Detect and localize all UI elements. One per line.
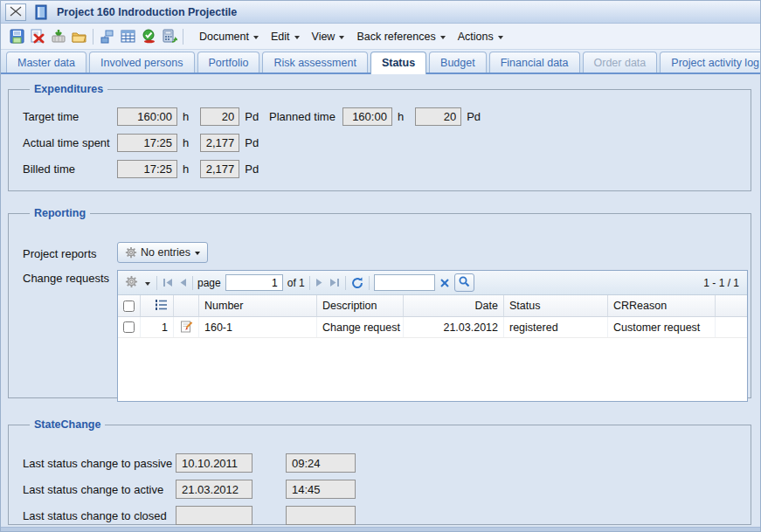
target-time-row: Target time h Pd Planned time h Pd [23, 107, 751, 126]
row-select-checkbox[interactable] [123, 321, 135, 333]
close-button[interactable] [5, 3, 26, 21]
billed-time-hours-field[interactable] [117, 160, 177, 178]
tab-risk-assessment[interactable]: Risk assessment [262, 52, 367, 73]
cell-number: 160-1 [199, 317, 317, 337]
toolbar-separator [183, 29, 183, 45]
gear-icon [125, 275, 138, 291]
chevron-down-icon [145, 282, 150, 286]
import-basket-icon[interactable] [48, 27, 69, 46]
project-reports-row: Project reports No entries [23, 242, 751, 263]
status-change-active-date-field[interactable] [176, 480, 253, 499]
project-reports-dropdown-button[interactable]: No entries [117, 242, 208, 263]
status-change-passive-row: Last status change to passive [23, 453, 751, 473]
clear-search-icon[interactable] [439, 278, 450, 288]
pd-unit-label: Pd [245, 162, 259, 176]
chevron-down-icon [339, 36, 344, 39]
grid-search-input[interactable] [374, 274, 435, 291]
main-toolbar: Document Edit View Back references Actio… [1, 24, 760, 50]
expenditures-section: Expenditures Target time h Pd Planned ti… [8, 83, 751, 191]
chevron-down-icon [498, 36, 503, 39]
status-change-closed-time-field[interactable] [286, 506, 356, 525]
statechange-legend: StateChange [30, 418, 105, 431]
next-page-icon[interactable] [315, 277, 324, 288]
row-number-header-cell [141, 295, 174, 316]
edit-header-cell [174, 295, 199, 316]
grid-toolbar-separator [156, 276, 157, 290]
target-time-pd-field[interactable] [200, 107, 239, 126]
first-page-icon[interactable] [162, 277, 174, 288]
actual-time-hours-field[interactable] [117, 134, 177, 152]
tab-project-activity-log[interactable]: Project activity log [660, 52, 761, 73]
column-header-crreason[interactable]: CRReason [608, 295, 716, 316]
page-number-input[interactable] [225, 274, 283, 291]
column-header-date[interactable]: Date [404, 295, 504, 316]
status-change-active-label: Last status change to active [23, 483, 176, 496]
target-time-hours-field[interactable] [117, 107, 177, 126]
hours-unit-label: h [398, 110, 404, 123]
edit-icon[interactable] [180, 320, 193, 335]
pd-unit-label: Pd [245, 136, 259, 149]
tab-involved-persons[interactable]: Involved persons [89, 52, 195, 73]
actual-time-pd-field[interactable] [200, 134, 239, 152]
select-all-checkbox[interactable] [123, 301, 135, 312]
menu-edit[interactable]: Edit [265, 28, 306, 45]
previous-page-icon[interactable] [178, 277, 188, 288]
cell-description: Change request [317, 317, 404, 337]
toolbar-separator [93, 29, 93, 45]
save-icon[interactable] [6, 27, 27, 46]
menu-back-references[interactable]: Back references [350, 28, 451, 45]
hierarchy-icon[interactable] [96, 27, 117, 46]
calculator-icon[interactable] [159, 27, 180, 46]
tab-financial-data[interactable]: Financial data [489, 52, 580, 73]
tab-status[interactable]: Status [370, 52, 426, 74]
row-select-cell [118, 317, 141, 337]
table-icon[interactable] [117, 27, 138, 46]
window-bottom-border [1, 527, 760, 531]
last-page-icon[interactable] [329, 277, 341, 288]
expenditures-legend: Expenditures [30, 83, 107, 95]
status-change-closed-date-field[interactable] [176, 506, 253, 525]
cell-status: registered [504, 317, 608, 337]
status-change-passive-date-field[interactable] [176, 453, 253, 473]
column-header-status[interactable]: Status [504, 295, 608, 316]
grid-settings-button[interactable] [123, 273, 152, 293]
grid-toolbar-separator [309, 276, 310, 290]
numbered-list-icon [155, 299, 168, 314]
project-reports-dropdown-label: No entries [141, 246, 190, 259]
approve-check-icon[interactable] [138, 27, 159, 46]
column-header-description[interactable]: Description [317, 295, 404, 316]
grid-toolbar: page of 1 [118, 271, 747, 295]
tab-master-data[interactable]: Master data [6, 52, 86, 73]
planned-time-label: Planned time [269, 110, 336, 123]
statechange-section: StateChange Last status change to passiv… [8, 418, 751, 525]
tab-portfolio[interactable]: Portfolio [197, 52, 260, 73]
menu-view[interactable]: View [306, 28, 351, 45]
status-change-active-row: Last status change to active [23, 480, 751, 499]
billed-time-pd-field[interactable] [200, 160, 239, 178]
change-requests-row: Change requests [23, 270, 751, 402]
table-row[interactable]: 1 160-1 Change request 21.03.2012 regist… [118, 317, 747, 338]
select-all-cell [118, 295, 141, 316]
window-title: Project 160 Indroduction Projectile [57, 6, 237, 18]
menu-actions[interactable]: Actions [452, 28, 509, 45]
actual-time-row: Actual time spent h Pd [23, 134, 751, 152]
refresh-icon[interactable] [350, 276, 364, 290]
page-of-label: of 1 [287, 277, 305, 289]
billed-time-row: Billed time h Pd [23, 160, 751, 178]
status-change-passive-time-field[interactable] [286, 453, 356, 473]
tab-budget[interactable]: Budget [429, 52, 487, 73]
status-change-passive-label: Last status change to passive [23, 457, 176, 470]
status-change-active-time-field[interactable] [286, 480, 356, 499]
project-reports-label: Project reports [23, 245, 117, 260]
planned-time-row: Planned time h Pd [269, 107, 481, 126]
hours-unit-label: h [183, 162, 189, 176]
planned-time-pd-field[interactable] [415, 107, 461, 126]
menu-document[interactable]: Document [193, 28, 265, 45]
delete-document-icon[interactable] [27, 27, 48, 46]
pd-unit-label: Pd [467, 110, 481, 123]
search-button[interactable] [454, 273, 474, 292]
column-header-number[interactable]: Number [199, 295, 317, 316]
open-folder-icon[interactable] [69, 27, 90, 46]
close-icon [10, 4, 22, 20]
planned-time-hours-field[interactable] [342, 107, 392, 126]
